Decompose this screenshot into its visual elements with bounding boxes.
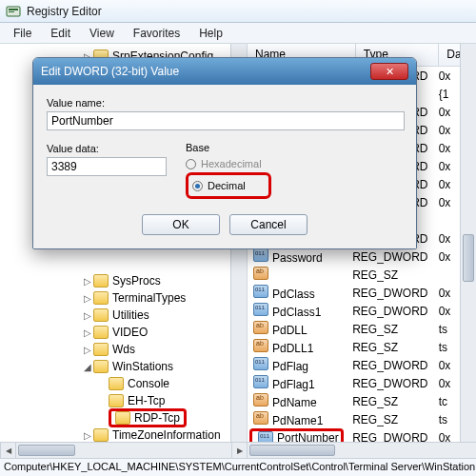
tree-item[interactable]: RDP-Tcp xyxy=(6,409,247,426)
dword-value-icon xyxy=(253,285,268,298)
value-name: PdFlag xyxy=(272,360,308,373)
tree-twisty-icon[interactable]: ▷ xyxy=(82,310,93,321)
tree-item-label: Utilities xyxy=(112,308,149,322)
window-title: Registry Editor xyxy=(27,5,102,18)
list-row[interactable]: PdDLLREG_SZts xyxy=(248,320,476,338)
tree-item[interactable]: ▷TimeZoneInformation xyxy=(6,426,247,442)
tree-item[interactable]: Console xyxy=(6,375,247,392)
tree-item-label: Console xyxy=(128,377,169,390)
list-row[interactable]: REG_SZ xyxy=(248,266,476,284)
hscroll-left[interactable]: ◀ xyxy=(0,443,16,458)
value-data-label: Value data: xyxy=(47,143,99,154)
value-type: REG_DWORD xyxy=(352,287,438,300)
tree-item[interactable]: ▷TerminalTypes xyxy=(6,289,247,307)
value-type: REG_DWORD xyxy=(352,359,438,372)
value-type: REG_SZ xyxy=(352,341,438,354)
radio-hexadecimal[interactable]: Hexadecimal xyxy=(186,155,271,172)
folder-icon xyxy=(93,428,109,442)
tree-twisty-icon[interactable]: ▷ xyxy=(82,293,93,304)
menu-help[interactable]: Help xyxy=(189,25,232,42)
tree-item[interactable]: ◢WinStations xyxy=(6,358,247,375)
radio-dot-icon xyxy=(192,181,203,191)
list-row[interactable]: PdDLL1REG_SZts xyxy=(248,338,476,356)
tree-twisty-icon[interactable]: ▷ xyxy=(82,276,93,287)
value-type: REG_DWORD xyxy=(352,431,438,443)
folder-icon xyxy=(93,274,109,288)
string-value-icon xyxy=(253,393,268,407)
value-name-label: Value name: xyxy=(47,97,105,109)
dword-value-icon xyxy=(253,375,268,388)
tree-item[interactable]: ▷VIDEO xyxy=(6,324,247,341)
list-row[interactable]: PdFlag1REG_DWORD0x xyxy=(248,374,476,392)
tree-hscroll[interactable] xyxy=(16,443,231,458)
tree-item-label: Wds xyxy=(112,343,135,356)
value-data-input[interactable] xyxy=(47,157,167,176)
value-name: PdDLL1 xyxy=(272,342,313,355)
folder-icon xyxy=(109,377,124,390)
hscroll-row: ◀ ▶ xyxy=(0,442,476,458)
folder-icon xyxy=(93,308,109,322)
tree-twisty-icon[interactable]: ◢ xyxy=(82,362,93,372)
value-type: REG_DWORD xyxy=(352,377,438,390)
tree-item[interactable]: ▷Utilities xyxy=(6,307,247,324)
value-name: PdName1 xyxy=(272,414,323,427)
value-name-input[interactable] xyxy=(47,111,405,130)
list-row[interactable]: PdFlagREG_DWORD0x xyxy=(248,356,476,374)
menubar: File Edit View Favorites Help xyxy=(0,23,476,44)
close-icon[interactable]: ✕ xyxy=(370,63,408,80)
ok-button[interactable]: OK xyxy=(142,214,220,235)
dialog-titlebar[interactable]: Edit DWORD (32-bit) Value ✕ xyxy=(33,58,416,85)
regedit-icon xyxy=(6,4,21,19)
list-row[interactable]: PdNameREG_SZtc xyxy=(248,392,476,410)
folder-icon xyxy=(93,360,109,373)
dword-value-icon xyxy=(253,357,268,370)
tree-item-label: VIDEO xyxy=(112,326,148,339)
dword-value-icon xyxy=(253,248,268,262)
value-type: REG_DWORD xyxy=(352,305,438,318)
list-row[interactable]: PdClassREG_DWORD0x xyxy=(248,284,476,302)
tree-item-label: WinStations xyxy=(112,360,173,373)
tree-twisty-icon[interactable]: ▷ xyxy=(82,327,93,338)
value-name: Password xyxy=(272,251,323,265)
base-group-label: Base xyxy=(186,142,271,153)
tree-item[interactable]: EH-Tcp xyxy=(6,392,247,409)
statusbar-path: Computer\HKEY_LOCAL_MACHINE\SYSTEM\Curre… xyxy=(0,458,476,476)
list-hscroll[interactable] xyxy=(248,443,476,458)
menu-edit[interactable]: Edit xyxy=(41,25,80,42)
folder-icon xyxy=(109,394,124,407)
menu-view[interactable]: View xyxy=(80,25,124,42)
edit-dword-dialog: Edit DWORD (32-bit) Value ✕ Value name: … xyxy=(32,57,417,249)
folder-icon xyxy=(93,326,109,339)
value-type: REG_DWORD xyxy=(352,250,438,264)
tree-twisty-icon[interactable]: ▷ xyxy=(82,430,93,441)
tree-item[interactable]: ▷SysProcs xyxy=(6,272,247,289)
list-row[interactable]: PdName1REG_SZts xyxy=(248,410,476,428)
list-row[interactable]: PasswordREG_DWORD0x xyxy=(248,248,476,266)
value-type: REG_SZ xyxy=(352,323,438,336)
string-value-icon xyxy=(253,411,268,425)
tree-item-label: TimeZoneInformation xyxy=(112,428,221,442)
value-type: REG_SZ xyxy=(352,395,438,408)
window-titlebar: Registry Editor xyxy=(0,0,476,23)
menu-file[interactable]: File xyxy=(4,25,41,42)
value-name: PortNumber xyxy=(277,431,339,443)
tree-item-label: RDP-Tcp xyxy=(134,411,180,425)
value-type: REG_SZ xyxy=(352,268,438,282)
list-row[interactable]: PortNumberREG_DWORD0x xyxy=(248,428,476,442)
hscroll-right[interactable]: ▶ xyxy=(231,443,248,458)
tree-item[interactable]: ▷Wds xyxy=(6,341,247,358)
dword-value-icon xyxy=(253,303,268,316)
cancel-button[interactable]: Cancel xyxy=(229,214,307,235)
folder-icon xyxy=(115,411,130,425)
value-name: PdClass1 xyxy=(272,306,321,319)
tree-item-label: EH-Tcp xyxy=(128,394,165,407)
radio-decimal[interactable]: Decimal xyxy=(192,177,246,194)
string-value-icon xyxy=(253,321,268,334)
list-row[interactable]: PdClass1REG_DWORD0x xyxy=(248,302,476,320)
tree-twisty-icon[interactable]: ▷ xyxy=(82,345,93,355)
tree-item-label: SysProcs xyxy=(112,274,161,288)
string-value-icon xyxy=(253,267,268,280)
menu-favorites[interactable]: Favorites xyxy=(124,25,189,42)
list-scrollbar[interactable] xyxy=(460,44,476,442)
dword-value-icon xyxy=(258,431,273,443)
